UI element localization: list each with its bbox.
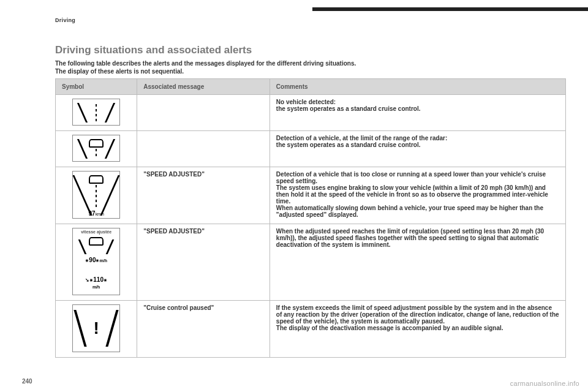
- symbol-vitesse-ajustee-icon: vitesse ajustée ✷90✷m/h ➘✷110✷m/h: [72, 228, 120, 295]
- col-header-symbol: Symbol: [56, 79, 137, 95]
- section-label: Driving: [55, 17, 566, 23]
- speed-value: 97: [89, 210, 96, 217]
- message-cell: "Cruise control paused": [137, 301, 270, 358]
- table-row: Detection of a vehicle, at the limit of …: [56, 131, 566, 167]
- speed-flash-90: ✷90✷m/h: [85, 257, 107, 263]
- comments-cell: No vehicle detected: the system operates…: [270, 95, 565, 131]
- comments-cell: When the adjusted speed reaches the limi…: [270, 224, 565, 301]
- table-row: ! "Cruise control paused" If the system …: [56, 301, 566, 358]
- car-rear-icon: [89, 139, 104, 148]
- symbol-cell: [56, 131, 137, 167]
- table-row: vitesse ajustée ✷90✷m/h ➘✷110✷m/h "SPEED…: [56, 224, 566, 301]
- exclamation-icon: !: [93, 318, 99, 338]
- message-cell: [137, 131, 270, 167]
- speed-unit: km/h: [96, 212, 104, 216]
- car-rear-icon: [89, 175, 104, 184]
- page-title: Driving situations and associated alerts: [55, 44, 566, 56]
- top-rule: [312, 7, 588, 11]
- intro-line-2: The display of these alerts is not seque…: [55, 68, 566, 75]
- lane-center-dashes-icon: [96, 149, 97, 157]
- symbol-cell: 97km/h: [56, 167, 137, 224]
- symbol-cell: [56, 95, 137, 131]
- symbol-lane-car-speed-icon: 97km/h: [72, 171, 120, 219]
- symbol-cell: !: [56, 301, 137, 358]
- alerts-table: Symbol Associated message Comments No ve…: [55, 78, 566, 358]
- speed-readout: 97km/h: [73, 210, 119, 217]
- comments-cell: If the system exceeds the limit of speed…: [270, 301, 565, 358]
- comments-cell: Detection of a vehicle that is too close…: [270, 167, 565, 224]
- page-number: 240: [22, 378, 32, 385]
- comments-cell: Detection of a vehicle, at the limit of …: [270, 131, 565, 167]
- col-header-message: Associated message: [137, 79, 270, 95]
- watermark: carmanualsonline.info: [510, 380, 579, 387]
- page-content: Driving Driving situations and associate…: [0, 0, 588, 358]
- col-header-comments: Comments: [270, 79, 565, 95]
- message-cell: "SPEED ADJUSTED": [137, 224, 270, 301]
- vitesse-label: vitesse ajustée: [73, 230, 119, 234]
- symbol-cruise-paused-icon: !: [72, 304, 120, 352]
- symbol-lane-empty-icon: [72, 99, 120, 126]
- symbol-lane-car-icon: [72, 135, 120, 162]
- speed-flash-110: ➘✷110✷m/h: [85, 276, 108, 290]
- symbol-cell: vitesse ajustée ✷90✷m/h ➘✷110✷m/h: [56, 224, 137, 301]
- message-cell: [137, 95, 270, 131]
- table-header-row: Symbol Associated message Comments: [56, 79, 566, 95]
- intro-line-1: The following table describes the alerts…: [55, 60, 566, 67]
- lane-center-dashes-icon: [96, 104, 97, 121]
- lane-center-dashes-icon: [96, 185, 97, 207]
- table-row: 97km/h "SPEED ADJUSTED" Detection of a v…: [56, 167, 566, 224]
- car-rear-icon: [89, 237, 104, 246]
- table-row: No vehicle detected: the system operates…: [56, 95, 566, 131]
- message-cell: "SPEED ADJUSTED": [137, 167, 270, 224]
